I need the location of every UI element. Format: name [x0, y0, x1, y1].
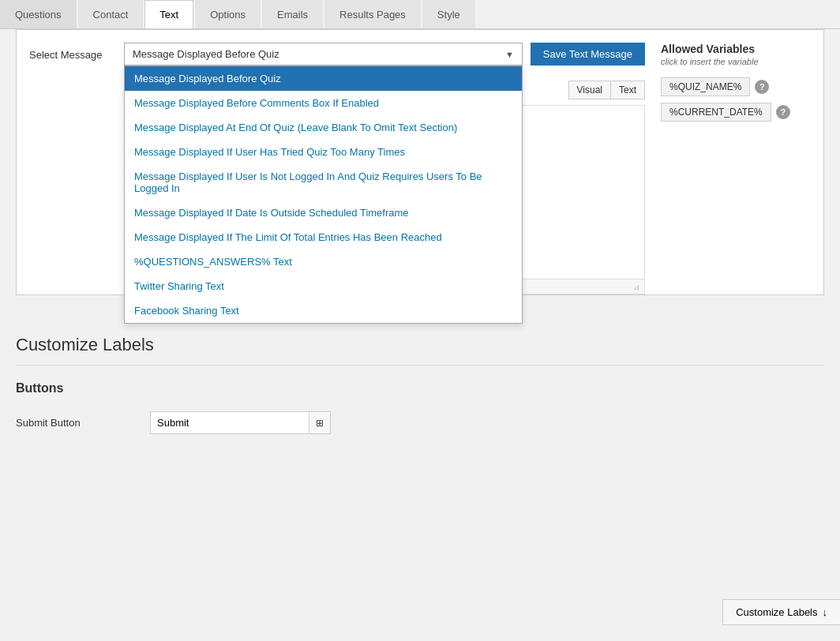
visual-text-toggle: Visual Text — [568, 81, 645, 99]
allowed-variables-title: Allowed Variables — [661, 43, 811, 55]
dropdown-item[interactable]: Message Displayed At End Of Quiz (Leave … — [125, 115, 522, 140]
tab-contact[interactable]: Contact — [78, 0, 144, 28]
dropdown-item[interactable]: Message Displayed If User Has Tried Quiz… — [125, 140, 522, 164]
message-select-display[interactable]: Message Displayed Before Quiz ▼ — [124, 43, 523, 66]
current-date-help-icon[interactable]: ? — [776, 105, 790, 119]
save-text-message-button[interactable]: Save Text Message — [531, 43, 645, 66]
quiz-name-help-icon[interactable]: ? — [755, 80, 769, 94]
visual-tab[interactable]: Visual — [569, 81, 611, 99]
customize-labels-title: Customize Labels — [16, 335, 824, 355]
dropdown-item[interactable]: Message Displayed Before Comments Box If… — [125, 91, 522, 115]
dropdown-item[interactable]: %QUESTIONS_ANSWERS% Text — [125, 249, 522, 274]
dropdown-item[interactable]: Message Displayed Before Quiz — [125, 66, 522, 91]
tab-style[interactable]: Style — [422, 0, 475, 28]
quiz-name-variable-button[interactable]: %QUIZ_NAME% — [661, 77, 750, 96]
tab-results-pages[interactable]: Results Pages — [324, 0, 421, 28]
variable-row-current-date: %CURRENT_DATE% ? — [661, 103, 811, 122]
tabs-bar: QuestionsContactTextOptionsEmailsResults… — [0, 0, 840, 29]
variable-row-quiz-name: %QUIZ_NAME% ? — [661, 77, 811, 96]
allowed-variables-subtitle: click to insert the variable — [661, 57, 811, 66]
tab-emails[interactable]: Emails — [262, 0, 323, 28]
tab-options[interactable]: Options — [195, 0, 261, 28]
customize-labels-section: Customize Labels Buttons Submit Button ⊞ — [16, 319, 824, 463]
tab-questions[interactable]: Questions — [0, 0, 77, 28]
submit-input-icon-button[interactable]: ⊞ — [309, 413, 330, 433]
tab-text[interactable]: Text — [144, 0, 193, 28]
dropdown-item[interactable]: Message Displayed If The Limit Of Total … — [125, 225, 522, 249]
buttons-subsection-title: Buttons — [16, 381, 824, 395]
dropdown-item[interactable]: Message Displayed If Date Is Outside Sch… — [125, 201, 522, 225]
chevron-down-icon: ▼ — [505, 50, 514, 59]
dropdown-item[interactable]: Message Displayed If User Is Not Logged … — [125, 164, 522, 201]
section-divider — [16, 365, 824, 365]
submit-button-label: Submit Button — [16, 417, 134, 429]
dropdown-item[interactable]: Twitter Sharing Text — [125, 274, 522, 298]
text-tab[interactable]: Text — [611, 81, 644, 99]
message-select-wrapper: Message Displayed Before Quiz ▼ Message … — [124, 43, 523, 66]
dropdown-list: Message Displayed Before QuizMessage Dis… — [124, 66, 523, 324]
select-message-label: Select Message — [29, 43, 108, 61]
selected-option-label: Message Displayed Before Quiz — [133, 48, 279, 60]
dropdown-item[interactable]: Facebook Sharing Text — [125, 298, 522, 323]
submit-button-row: Submit Button ⊞ — [16, 411, 824, 434]
current-date-variable-button[interactable]: %CURRENT_DATE% — [661, 103, 771, 122]
submit-input-wrapper: ⊞ — [150, 411, 331, 434]
submit-button-input[interactable] — [151, 412, 309, 433]
resize-handle-icon[interactable]: ⊿ — [633, 283, 639, 291]
allowed-variables-panel: Allowed Variables click to insert the va… — [661, 43, 811, 294]
